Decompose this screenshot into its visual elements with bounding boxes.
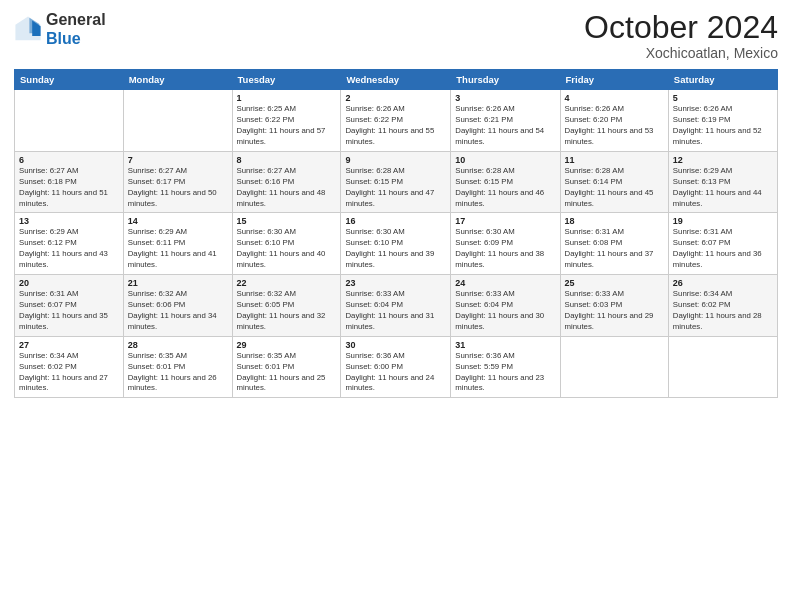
day-number: 22 (237, 278, 337, 288)
logo-general: General (46, 10, 106, 29)
calendar-cell-w1-d2 (123, 90, 232, 152)
calendar-cell-w3-d6: 18Sunrise: 6:31 AMSunset: 6:08 PMDayligh… (560, 213, 668, 275)
day-info: Sunrise: 6:28 AMSunset: 6:15 PMDaylight:… (455, 166, 555, 210)
day-number: 4 (565, 93, 664, 103)
day-number: 14 (128, 216, 228, 226)
calendar-cell-w4-d7: 26Sunrise: 6:34 AMSunset: 6:02 PMDayligh… (668, 275, 777, 337)
day-number: 11 (565, 155, 664, 165)
day-info: Sunrise: 6:36 AMSunset: 6:00 PMDaylight:… (345, 351, 446, 395)
day-info: Sunrise: 6:25 AMSunset: 6:22 PMDaylight:… (237, 104, 337, 148)
calendar-cell-w4-d2: 21Sunrise: 6:32 AMSunset: 6:06 PMDayligh… (123, 275, 232, 337)
day-number: 25 (565, 278, 664, 288)
calendar-cell-w5-d6 (560, 336, 668, 398)
day-info: Sunrise: 6:31 AMSunset: 6:07 PMDaylight:… (673, 227, 773, 271)
calendar-cell-w1-d6: 4Sunrise: 6:26 AMSunset: 6:20 PMDaylight… (560, 90, 668, 152)
day-number: 3 (455, 93, 555, 103)
location-title: Xochicoatlan, Mexico (584, 45, 778, 61)
day-info: Sunrise: 6:29 AMSunset: 6:11 PMDaylight:… (128, 227, 228, 271)
calendar-cell-w4-d5: 24Sunrise: 6:33 AMSunset: 6:04 PMDayligh… (451, 275, 560, 337)
day-info: Sunrise: 6:31 AMSunset: 6:08 PMDaylight:… (565, 227, 664, 271)
day-number: 16 (345, 216, 446, 226)
calendar-cell-w1-d3: 1Sunrise: 6:25 AMSunset: 6:22 PMDaylight… (232, 90, 341, 152)
day-info: Sunrise: 6:30 AMSunset: 6:10 PMDaylight:… (237, 227, 337, 271)
week-row-2: 6Sunrise: 6:27 AMSunset: 6:18 PMDaylight… (15, 151, 778, 213)
day-number: 6 (19, 155, 119, 165)
calendar-cell-w2-d2: 7Sunrise: 6:27 AMSunset: 6:17 PMDaylight… (123, 151, 232, 213)
col-sunday: Sunday (15, 70, 124, 90)
calendar-cell-w2-d5: 10Sunrise: 6:28 AMSunset: 6:15 PMDayligh… (451, 151, 560, 213)
day-info: Sunrise: 6:27 AMSunset: 6:16 PMDaylight:… (237, 166, 337, 210)
calendar-cell-w4-d1: 20Sunrise: 6:31 AMSunset: 6:07 PMDayligh… (15, 275, 124, 337)
calendar-cell-w3-d7: 19Sunrise: 6:31 AMSunset: 6:07 PMDayligh… (668, 213, 777, 275)
calendar-cell-w4-d4: 23Sunrise: 6:33 AMSunset: 6:04 PMDayligh… (341, 275, 451, 337)
day-number: 31 (455, 340, 555, 350)
calendar-cell-w2-d4: 9Sunrise: 6:28 AMSunset: 6:15 PMDaylight… (341, 151, 451, 213)
col-saturday: Saturday (668, 70, 777, 90)
day-info: Sunrise: 6:33 AMSunset: 6:04 PMDaylight:… (455, 289, 555, 333)
day-info: Sunrise: 6:31 AMSunset: 6:07 PMDaylight:… (19, 289, 119, 333)
calendar-cell-w2-d7: 12Sunrise: 6:29 AMSunset: 6:13 PMDayligh… (668, 151, 777, 213)
day-info: Sunrise: 6:35 AMSunset: 6:01 PMDaylight:… (128, 351, 228, 395)
day-number: 15 (237, 216, 337, 226)
calendar-cell-w3-d2: 14Sunrise: 6:29 AMSunset: 6:11 PMDayligh… (123, 213, 232, 275)
day-info: Sunrise: 6:32 AMSunset: 6:06 PMDaylight:… (128, 289, 228, 333)
calendar-cell-w4-d6: 25Sunrise: 6:33 AMSunset: 6:03 PMDayligh… (560, 275, 668, 337)
calendar-table: Sunday Monday Tuesday Wednesday Thursday… (14, 69, 778, 398)
day-info: Sunrise: 6:33 AMSunset: 6:03 PMDaylight:… (565, 289, 664, 333)
day-number: 27 (19, 340, 119, 350)
day-number: 17 (455, 216, 555, 226)
col-tuesday: Tuesday (232, 70, 341, 90)
calendar-cell-w1-d5: 3Sunrise: 6:26 AMSunset: 6:21 PMDaylight… (451, 90, 560, 152)
week-row-1: 1Sunrise: 6:25 AMSunset: 6:22 PMDaylight… (15, 90, 778, 152)
day-number: 28 (128, 340, 228, 350)
day-number: 10 (455, 155, 555, 165)
calendar-cell-w5-d4: 30Sunrise: 6:36 AMSunset: 6:00 PMDayligh… (341, 336, 451, 398)
day-number: 23 (345, 278, 446, 288)
logo: General Blue (14, 10, 106, 48)
day-info: Sunrise: 6:30 AMSunset: 6:09 PMDaylight:… (455, 227, 555, 271)
day-number: 1 (237, 93, 337, 103)
logo-text: General Blue (46, 10, 106, 48)
month-title: October 2024 (584, 10, 778, 45)
calendar-cell-w5-d7 (668, 336, 777, 398)
day-number: 20 (19, 278, 119, 288)
day-info: Sunrise: 6:30 AMSunset: 6:10 PMDaylight:… (345, 227, 446, 271)
day-info: Sunrise: 6:34 AMSunset: 6:02 PMDaylight:… (673, 289, 773, 333)
calendar-cell-w2-d1: 6Sunrise: 6:27 AMSunset: 6:18 PMDaylight… (15, 151, 124, 213)
day-number: 19 (673, 216, 773, 226)
calendar-cell-w3-d5: 17Sunrise: 6:30 AMSunset: 6:09 PMDayligh… (451, 213, 560, 275)
day-info: Sunrise: 6:35 AMSunset: 6:01 PMDaylight:… (237, 351, 337, 395)
col-monday: Monday (123, 70, 232, 90)
week-row-4: 20Sunrise: 6:31 AMSunset: 6:07 PMDayligh… (15, 275, 778, 337)
week-row-3: 13Sunrise: 6:29 AMSunset: 6:12 PMDayligh… (15, 213, 778, 275)
day-info: Sunrise: 6:27 AMSunset: 6:18 PMDaylight:… (19, 166, 119, 210)
calendar-cell-w1-d7: 5Sunrise: 6:26 AMSunset: 6:19 PMDaylight… (668, 90, 777, 152)
day-info: Sunrise: 6:28 AMSunset: 6:15 PMDaylight:… (345, 166, 446, 210)
calendar-cell-w2-d6: 11Sunrise: 6:28 AMSunset: 6:14 PMDayligh… (560, 151, 668, 213)
day-number: 30 (345, 340, 446, 350)
day-number: 13 (19, 216, 119, 226)
calendar-cell-w5-d5: 31Sunrise: 6:36 AMSunset: 5:59 PMDayligh… (451, 336, 560, 398)
calendar-cell-w3-d3: 15Sunrise: 6:30 AMSunset: 6:10 PMDayligh… (232, 213, 341, 275)
day-info: Sunrise: 6:26 AMSunset: 6:22 PMDaylight:… (345, 104, 446, 148)
day-number: 7 (128, 155, 228, 165)
day-number: 9 (345, 155, 446, 165)
day-info: Sunrise: 6:36 AMSunset: 5:59 PMDaylight:… (455, 351, 555, 395)
day-info: Sunrise: 6:26 AMSunset: 6:21 PMDaylight:… (455, 104, 555, 148)
day-number: 12 (673, 155, 773, 165)
calendar-cell-w5-d3: 29Sunrise: 6:35 AMSunset: 6:01 PMDayligh… (232, 336, 341, 398)
calendar-cell-w1-d4: 2Sunrise: 6:26 AMSunset: 6:22 PMDaylight… (341, 90, 451, 152)
logo-blue: Blue (46, 29, 106, 48)
day-number: 26 (673, 278, 773, 288)
calendar-cell-w3-d1: 13Sunrise: 6:29 AMSunset: 6:12 PMDayligh… (15, 213, 124, 275)
calendar-cell-w4-d3: 22Sunrise: 6:32 AMSunset: 6:05 PMDayligh… (232, 275, 341, 337)
day-number: 5 (673, 93, 773, 103)
calendar-cell-w2-d3: 8Sunrise: 6:27 AMSunset: 6:16 PMDaylight… (232, 151, 341, 213)
calendar-cell-w5-d2: 28Sunrise: 6:35 AMSunset: 6:01 PMDayligh… (123, 336, 232, 398)
logo-icon (14, 15, 42, 43)
header: General Blue October 2024 Xochicoatlan, … (14, 10, 778, 61)
day-number: 2 (345, 93, 446, 103)
calendar-cell-w3-d4: 16Sunrise: 6:30 AMSunset: 6:10 PMDayligh… (341, 213, 451, 275)
day-number: 18 (565, 216, 664, 226)
col-thursday: Thursday (451, 70, 560, 90)
